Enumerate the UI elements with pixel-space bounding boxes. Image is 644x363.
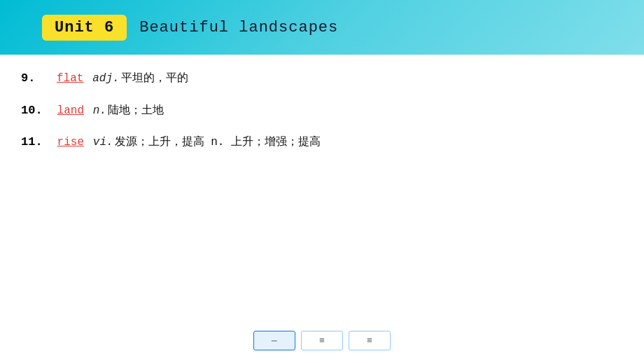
item-number-11: 11.: [21, 132, 43, 151]
content-area: 9. flat adj. 平坦的，平的 10. land n. 陆地；土地 11…: [0, 55, 644, 179]
nav-btn-2[interactable]: ≡: [301, 331, 343, 350]
bottom-navigation: — ≡ ≡: [253, 331, 391, 350]
item-def-10: 陆地；土地: [108, 102, 164, 121]
nav-btn-1[interactable]: —: [253, 331, 295, 350]
vocab-item-11: 11. rise vi. 发源；上升，提高 n. 上升；增强；提高: [21, 132, 623, 152]
item-def-9: 平坦的，平的: [121, 70, 188, 88]
nav-btn-3[interactable]: ≡: [349, 331, 391, 350]
nav-btn-1-label: —: [272, 336, 277, 346]
page-title: Beautiful landscapes: [139, 19, 338, 36]
unit-badge: Unit 6: [42, 15, 127, 41]
item-number-10: 10.: [21, 101, 43, 120]
item-answer-9: flat: [49, 70, 91, 88]
nav-btn-2-label: ≡: [319, 336, 325, 346]
item-number-9: 9.: [21, 69, 42, 88]
page-header: Unit 6 Beautiful landscapes: [0, 0, 644, 55]
nav-btn-3-label: ≡: [367, 336, 372, 346]
item-answer-11: rise: [50, 134, 92, 152]
item-pos-10: n.: [93, 102, 106, 121]
item-def-11: 发源；上升，提高 n. 上升；增强；提高: [115, 134, 321, 152]
item-pos-9: adj.: [92, 70, 119, 88]
item-pos-11: vi.: [93, 134, 113, 152]
vocab-item-9: 9. flat adj. 平坦的，平的: [21, 69, 623, 88]
vocab-item-10: 10. land n. 陆地；土地: [21, 101, 623, 121]
item-answer-10: land: [50, 102, 92, 121]
